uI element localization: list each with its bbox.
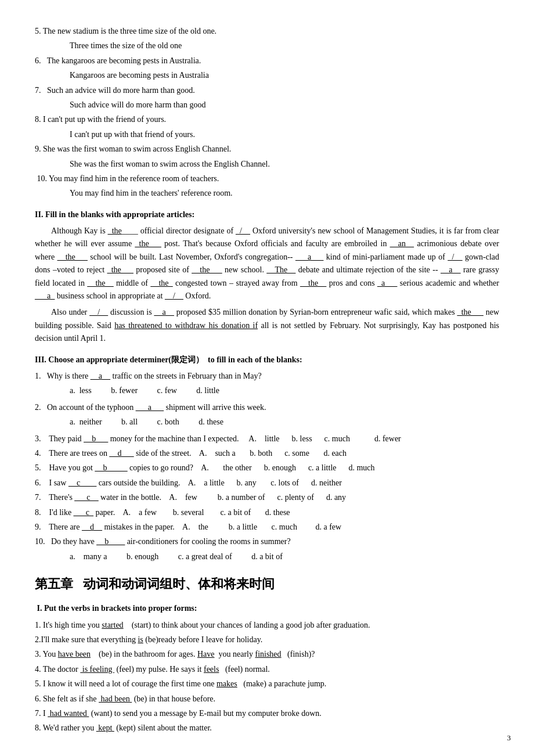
blank-the9: __the__ [300,279,326,287]
ch5-q5: 5. I know it will need a lot of courage … [35,678,499,690]
q2-opt-a: a. neither [70,416,102,429]
q7: 7. There's ___c__ water in the bottle. A… [35,491,499,504]
q6-blank: __c____ [68,478,96,487]
ch5-q1-blank: started [102,621,123,629]
item-6-answer: Kangaroos are becoming pests in Australi… [35,69,499,82]
q10-opt-d: d. a bit of [251,550,283,563]
blank-an: __an__ [390,239,414,248]
item-8-answer: I can't put up with that friend of yours… [35,128,499,141]
q10: 10. Do they have __b____ air-conditioner… [35,535,499,548]
section3: III. Choose an appropriate determiner(限定… [35,354,499,563]
numbered-items-section: 5. The new stadium is the three time siz… [35,25,499,200]
blank-a3: _a___ [377,279,397,287]
ch5-q7-blank: had wanted [48,709,89,718]
q10-options: a. many a b. enough c. a great deal of d… [35,550,499,563]
ch5-q6-blank: had been [99,694,132,703]
item-5: 5. The new stadium is the three time siz… [35,25,499,38]
item-6-text: 6. The kangaroos are becoming pests in A… [35,56,201,65]
blank-the7: __the__ [87,279,113,287]
ch5-q5-blank: makes [217,679,237,688]
blank-slash1: _/__ [236,226,250,235]
q1-opt-b: b. fewer [111,384,138,397]
ch5-q3: 3. You have been (be) in the bathroom fo… [35,648,499,661]
q2-options: a. neither b. all c. both d. these [35,416,499,429]
item-9-text: 9. She was the first woman to swim acros… [35,145,231,153]
q1-opt-c: c. few [157,384,177,397]
item-6: 6. The kangaroos are becoming pests in A… [35,55,499,67]
q10-opt-c: c. a great deal of [178,550,232,563]
item-7-answer: Such advice will do more harm than good [35,99,499,111]
section2: II. Fill in the blanks with appropriate … [35,208,499,345]
ch5-q7: 7. I had wanted (want) to send you a mes… [35,707,499,720]
q9-blank: __d__ [82,523,102,531]
ch5-q2: 2.I'll make sure that everything is (be)… [35,633,499,646]
ch5-q1: 1. It's high time you started (start) to… [35,619,499,632]
item-10-text: 10. You may find him in the reference ro… [35,174,219,183]
blank-the6: __The__ [266,265,295,274]
q1: 1. Why is there __a__ traffic on the str… [35,370,499,383]
chapter5-section: 第五章 动词和动词词组时、体和将来时间 I. Put the verbs in … [35,574,499,735]
q6: 6. I saw __c____ cars outside the buildi… [35,477,499,489]
section2-para1: Although Kay is _the____ official direct… [35,225,499,303]
q10-opt-b: b. enough [127,550,158,563]
q5: 5. Have you got __b_____ copies to go ro… [35,462,499,474]
q4-blank: __d___ [109,449,134,458]
ch5-q6: 6. She felt as if she had been (be) in t… [35,693,499,705]
chapter5-title: 第五章 动词和动词词组时、体和将来时间 [35,574,499,594]
item-10-answer: You may find him in the teachers' refere… [35,187,499,200]
blank-a2: __a__ [441,265,460,274]
q4: 4. There are trees on __d___ side of the… [35,447,499,460]
q8-blank: ___c_ [74,508,93,517]
ch5-q3-blank1: have been [58,650,91,658]
ch5-q3-blank2: Have [197,650,215,658]
blank-slash2: _/__ [448,253,463,261]
q9: 9. There are __d__ mistakes in the paper… [35,521,499,534]
item-8: 8. I can't put up with the friend of you… [35,113,499,126]
section2-title: II. Fill in the blanks with appropriate … [35,208,499,221]
q1-opt-a: a. less [70,384,92,397]
item-5-answer: Three times the size of the old one [35,39,499,52]
blank-a5: __a__ [154,308,174,316]
q2-blank: ___a___ [136,403,164,412]
blank-a4: ___a_ [35,291,55,300]
q2-opt-b: b. all [121,416,138,429]
q1-blank: __a__ [91,372,110,380]
blank-the10: _the___ [457,308,484,316]
q3-blank: __b___ [84,434,108,443]
ch5-q4: 4. The doctor is feeling (feel) my pulse… [35,663,499,676]
item-7-text: 7. Such an advice will do more harm than… [35,86,195,95]
blank-the5: __the___ [192,265,222,274]
ch5-q8: 8. We'd rather you kept (kept) silent ab… [35,722,499,735]
item-10: 10. You may find him in the reference ro… [35,172,499,185]
q3: 3. They paid __b___ money for the machin… [35,433,499,445]
blank-the2: _the___ [135,239,161,248]
q2-opt-c: c. both [157,416,179,429]
blank-the1: _the [108,226,122,235]
chapter5-section1-title: I. Put the verbs in brackets into proper… [35,602,499,615]
q1-options: a. less b. fewer c. few d. little [35,384,499,397]
item-9-answer: She was the first woman to swim across t… [35,158,499,171]
ch5-q4-blank1: is feeling [80,665,114,674]
q10-opt-a: a. many a [70,550,107,563]
item-8-text: 8. I can't put up with the friend of you… [35,115,166,124]
q7-blank: ___c__ [74,493,98,502]
section2-para2: Also under __/__ discussion is __a__ pro… [35,306,499,345]
q10-blank: __b____ [96,537,125,546]
q2: 2. On account of the typhoon ___a___ shi… [35,401,499,414]
page-number: 3 [507,732,511,744]
underline-phrase: has threatened to withdraw his donation … [114,321,258,330]
ch5-q3-blank3: finished [255,650,281,658]
item-5-num: 5. The new stadium is the three time siz… [35,27,217,35]
section3-title: III. Choose an appropriate determiner(限定… [35,354,499,366]
blank-the4: _the___ [107,265,134,274]
blank-slash3: __/__ [165,291,183,300]
q2-opt-d: d. these [199,416,223,429]
blank-slash4: __/__ [89,308,108,316]
ch5-q2-blank: is [138,635,143,644]
q8: 8. I'd like ___c_ paper. A. a few b. sev… [35,506,499,519]
blank-the3: __the___ [57,253,88,261]
blank-the8: __the_ [150,279,172,287]
q1-opt-d: d. little [196,384,219,397]
item-7: 7. Such an advice will do more harm than… [35,84,499,97]
item-9: 9. She was the first woman to swim acros… [35,143,499,156]
